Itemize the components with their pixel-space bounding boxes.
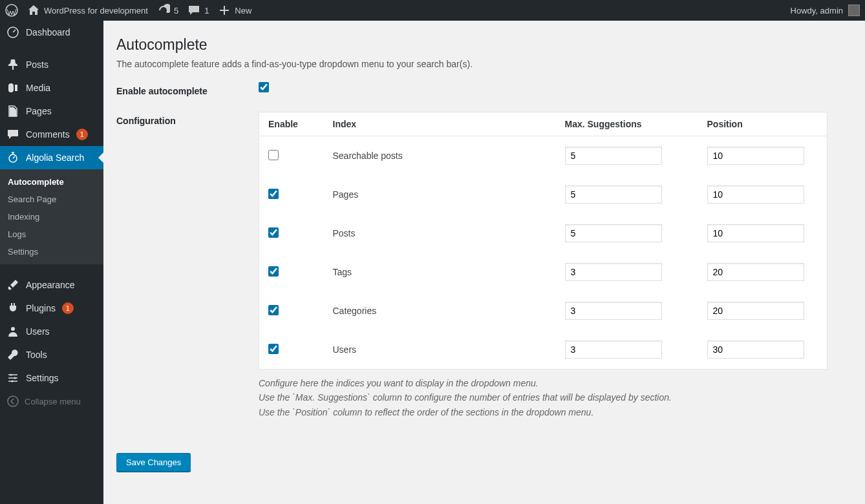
menu-tools[interactable]: Tools (0, 343, 103, 366)
row-enable-checkbox[interactable] (268, 305, 279, 315)
row-enable-checkbox[interactable] (268, 189, 279, 199)
row-enable-checkbox[interactable] (268, 344, 279, 354)
collapse-label: Collapse menu (25, 397, 81, 406)
home-icon (27, 4, 40, 17)
table-row: Tags (259, 253, 828, 291)
configuration-table: Enable Index Max. Suggestions Position S… (259, 112, 828, 370)
pages-icon (6, 105, 19, 118)
submenu-autocomplete[interactable]: Autocomplete (0, 173, 103, 191)
enable-autocomplete-checkbox[interactable] (259, 82, 269, 92)
refresh-icon (157, 4, 170, 17)
main-content: Autocomplete The autocomplete feature ad… (103, 21, 865, 504)
menu-label: Tools (26, 350, 47, 360)
comments-count: 1 (204, 6, 209, 16)
row-enable-checkbox[interactable] (268, 266, 279, 277)
row-max-input[interactable] (565, 302, 662, 320)
menu-plugins[interactable]: Plugins 1 (0, 297, 103, 320)
updates-count: 5 (174, 6, 178, 16)
menu-label: Users (26, 326, 50, 337)
row-index-label: Searchable posts (324, 136, 556, 176)
row-max-input[interactable] (565, 185, 662, 204)
wp-logo[interactable] (5, 4, 18, 17)
menu-comments[interactable]: Comments 1 (0, 123, 103, 146)
row-max-input[interactable] (565, 263, 662, 281)
stopwatch-icon (6, 151, 19, 164)
row-max-input[interactable] (565, 224, 662, 242)
help-line-2: Use the `Max. Suggestions` column to con… (259, 390, 828, 404)
th-index: Index (324, 112, 556, 136)
row-position-input[interactable] (707, 302, 804, 320)
collapse-icon (6, 395, 19, 408)
menu-users[interactable]: Users (0, 320, 103, 343)
row-position-input[interactable] (707, 147, 804, 165)
row-index-label: Users (324, 330, 556, 370)
help-line-1: Configure here the indices you want to d… (259, 376, 828, 390)
menu-label: Posts (26, 59, 48, 70)
admin-bar: WordPress for development 5 1 New Howdy,… (0, 0, 865, 21)
table-row: Posts (259, 214, 828, 253)
menu-label: Pages (26, 106, 52, 116)
row-position-input[interactable] (707, 185, 804, 204)
dashboard-icon (6, 26, 19, 39)
svg-point-6 (12, 381, 14, 383)
row-index-label: Pages (324, 175, 556, 214)
menu-dashboard[interactable]: Dashboard (0, 21, 103, 44)
comments-badge: 1 (76, 129, 88, 140)
menu-label: Algolia Search (26, 152, 84, 163)
table-row: Pages (259, 175, 828, 214)
new-label: New (235, 6, 251, 16)
save-button[interactable]: Save Changes (116, 453, 191, 472)
menu-label: Dashboard (26, 27, 70, 37)
table-row: Searchable posts (259, 136, 828, 176)
submenu-indexing[interactable]: Indexing (0, 208, 103, 226)
pin-icon (6, 58, 19, 71)
sliders-icon (6, 372, 19, 384)
site-link[interactable]: WordPress for development (27, 4, 148, 17)
row-max-input[interactable] (565, 341, 662, 359)
svg-point-5 (14, 377, 16, 379)
plug-icon (6, 302, 19, 315)
row-index-label: Tags (324, 253, 556, 291)
menu-label: Appearance (26, 280, 75, 290)
row-enable-checkbox[interactable] (268, 227, 279, 238)
submenu-settings[interactable]: Settings (0, 243, 103, 260)
comments-link[interactable]: 1 (187, 4, 209, 17)
updates-link[interactable]: 5 (157, 4, 178, 17)
row-position-input[interactable] (707, 263, 804, 281)
collapse-menu[interactable]: Collapse menu (0, 390, 103, 413)
plus-icon (218, 4, 231, 17)
row-enable-checkbox[interactable] (268, 150, 279, 160)
menu-posts[interactable]: Posts (0, 53, 103, 76)
row-position-input[interactable] (707, 341, 804, 359)
brush-icon (6, 278, 19, 291)
account-link[interactable]: Howdy, admin (791, 5, 860, 16)
menu-label: Comments (26, 129, 70, 140)
menu-label: Plugins (26, 303, 56, 313)
help-text: Configure here the indices you want to d… (259, 376, 828, 419)
wrench-icon (6, 348, 19, 361)
th-position: Position (698, 112, 828, 136)
menu-media[interactable]: Media (0, 76, 103, 100)
row-index-label: Posts (324, 214, 556, 253)
enable-autocomplete-label: Enable autocomplete (116, 82, 259, 96)
avatar (848, 5, 860, 16)
new-link[interactable]: New (218, 4, 251, 17)
menu-algolia-search[interactable]: Algolia Search (0, 146, 103, 169)
menu-pages[interactable]: Pages (0, 100, 103, 123)
menu-settings[interactable]: Settings (0, 366, 103, 390)
row-max-input[interactable] (565, 147, 662, 165)
menu-appearance[interactable]: Appearance (0, 273, 103, 297)
submenu-search-page[interactable]: Search Page (0, 191, 103, 208)
table-row: Categories (259, 291, 828, 330)
wordpress-icon (5, 4, 18, 17)
svg-point-4 (10, 374, 12, 376)
submenu-logs[interactable]: Logs (0, 226, 103, 243)
admin-sidebar: Dashboard Posts Media Pages Comments 1 A… (0, 21, 103, 504)
th-enable: Enable (259, 112, 324, 136)
row-position-input[interactable] (707, 224, 804, 242)
submenu-algolia: Autocomplete Search Page Indexing Logs S… (0, 169, 103, 264)
th-max: Max. Suggestions (556, 112, 698, 136)
svg-point-7 (8, 396, 18, 406)
configuration-label: Configuration (116, 112, 259, 126)
row-index-label: Categories (324, 291, 556, 330)
